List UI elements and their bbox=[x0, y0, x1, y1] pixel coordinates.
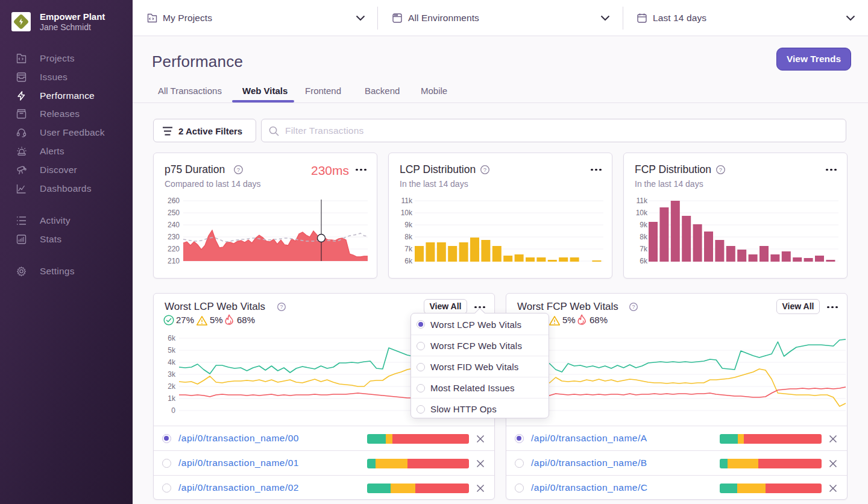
svg-text:230: 230 bbox=[168, 233, 180, 241]
svg-text:11k: 11k bbox=[637, 197, 648, 205]
svg-text:7k: 7k bbox=[640, 245, 648, 253]
svg-text:3k: 3k bbox=[168, 370, 176, 379]
svg-text:7k: 7k bbox=[404, 245, 413, 253]
svg-text:240: 240 bbox=[168, 221, 180, 229]
svg-text:4k: 4k bbox=[168, 358, 176, 367]
svg-text:5k: 5k bbox=[168, 346, 176, 354]
svg-text:8k: 8k bbox=[640, 233, 648, 241]
svg-text:2k: 2k bbox=[168, 382, 176, 391]
svg-text:260: 260 bbox=[168, 197, 180, 205]
svg-text:8k: 8k bbox=[404, 233, 413, 241]
svg-text:9k: 9k bbox=[640, 221, 648, 229]
svg-text:210: 210 bbox=[168, 257, 180, 265]
svg-text:1k: 1k bbox=[168, 394, 176, 403]
svg-text:9k: 9k bbox=[404, 221, 413, 229]
svg-text:250: 250 bbox=[168, 209, 180, 217]
svg-text:220: 220 bbox=[168, 245, 180, 253]
svg-text:6k: 6k bbox=[168, 334, 176, 342]
svg-text:10k: 10k bbox=[636, 209, 648, 217]
svg-text:10k: 10k bbox=[401, 209, 413, 217]
svg-text:6k: 6k bbox=[640, 257, 648, 265]
svg-text:11k: 11k bbox=[401, 197, 413, 205]
svg-text:6k: 6k bbox=[404, 257, 413, 265]
svg-text:0: 0 bbox=[171, 406, 175, 415]
